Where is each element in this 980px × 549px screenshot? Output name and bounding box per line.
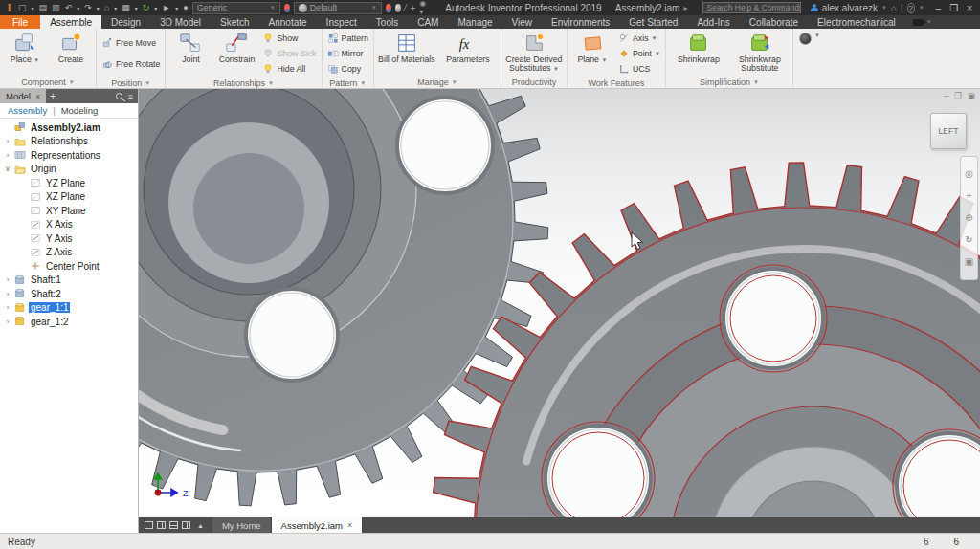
tree-item-center-point[interactable]: Center Point bbox=[0, 259, 138, 274]
inventor-logo-icon[interactable]: I bbox=[4, 0, 14, 15]
tree-item-assembly2-iam[interactable]: Assembly2.iam bbox=[0, 121, 138, 135]
doc-minimize-icon[interactable]: – bbox=[945, 91, 949, 100]
point-button[interactable]: Point▼ bbox=[616, 47, 662, 61]
tab-manage[interactable]: Manage bbox=[448, 15, 501, 29]
expander-icon[interactable]: › bbox=[4, 318, 11, 326]
tree-item-relationships[interactable]: ›Relationships bbox=[0, 135, 138, 149]
close-button[interactable]: × bbox=[967, 3, 972, 13]
visual-style-button[interactable] bbox=[799, 33, 812, 45]
tab-environments[interactable]: Environments bbox=[542, 15, 619, 29]
chevron-down-icon[interactable]: ▾ bbox=[77, 5, 79, 11]
tree-item-x-axis[interactable]: X Axis bbox=[0, 218, 138, 232]
plus-icon[interactable]: + bbox=[410, 3, 415, 13]
tree-item-xy-plane[interactable]: XY Plane bbox=[0, 204, 138, 218]
expander-icon[interactable]: › bbox=[4, 303, 11, 312]
expander-icon[interactable]: › bbox=[4, 290, 11, 298]
pan-icon[interactable]: + bbox=[967, 191, 972, 201]
web-icon[interactable]: ● bbox=[183, 3, 188, 12]
assembly-view-link[interactable]: Assembly bbox=[8, 105, 47, 116]
menu-icon[interactable]: ≡ bbox=[128, 92, 133, 101]
doc-tab-assembly2-iam[interactable]: Assembly2.iam× bbox=[272, 517, 364, 533]
chevron-down-icon[interactable]: ▼ bbox=[814, 33, 820, 38]
create-derived-substitutes-button[interactable]: Create Derived Substitutes ▼ bbox=[504, 30, 564, 73]
gear-assembly-render[interactable]: Z bbox=[139, 89, 980, 517]
copy-button[interactable]: Copy bbox=[325, 62, 370, 77]
minimize-button[interactable]: – bbox=[936, 3, 942, 13]
adjust-icon[interactable] bbox=[386, 4, 391, 12]
shrinkwrap-substitute-button[interactable]: Shrinkwrap Substitute bbox=[730, 30, 790, 73]
doc-tab-my-home[interactable]: My Home bbox=[212, 517, 272, 533]
chevron-down-icon[interactable]: ▾ bbox=[154, 5, 157, 11]
plane-button[interactable]: Plane ▼ bbox=[570, 30, 614, 64]
expander-icon[interactable]: › bbox=[4, 151, 11, 160]
close-tab-icon[interactable]: × bbox=[347, 520, 352, 530]
group-label[interactable]: Relationships▼ bbox=[168, 77, 318, 88]
expand-arrow-icon[interactable]: ▸ bbox=[683, 4, 687, 12]
bill-of-materials-button[interactable]: Bill of Materials bbox=[377, 30, 436, 64]
expander-icon[interactable]: › bbox=[4, 137, 11, 145]
modeling-view-link[interactable]: Modeling bbox=[61, 105, 99, 116]
update-icon[interactable]: ↻ bbox=[143, 3, 150, 12]
chevron-down-icon[interactable]: ▾ bbox=[32, 5, 34, 11]
free-move-button[interactable]: Free Move bbox=[100, 36, 162, 51]
tab-get-started[interactable]: Get Started bbox=[619, 15, 687, 29]
tab-design[interactable]: Design bbox=[101, 15, 150, 29]
tab-electromechanical[interactable]: Electromechanical bbox=[808, 15, 905, 29]
close-panel-icon[interactable]: × bbox=[35, 92, 40, 101]
ucs-button[interactable]: UCS bbox=[616, 62, 662, 77]
appearance-dropdown[interactable]: Default▼ bbox=[294, 2, 382, 14]
tree-item-shaft-1[interactable]: ›Shaft:1 bbox=[0, 274, 138, 288]
tab-collaborate[interactable]: Collaborate bbox=[740, 15, 808, 29]
pattern-button[interactable]: Pattern bbox=[325, 31, 370, 45]
constrain-button[interactable]: Constrain bbox=[214, 30, 258, 64]
expand-tabs-icon[interactable]: ▲ bbox=[197, 522, 204, 529]
mirror-button[interactable]: Mirror bbox=[325, 47, 370, 61]
axis-button[interactable]: Axis▼ bbox=[616, 31, 662, 45]
tab-inspect[interactable]: Inspect bbox=[317, 15, 367, 29]
redo-icon[interactable]: ↷ bbox=[84, 3, 92, 12]
tab-tools[interactable]: Tools bbox=[367, 15, 408, 29]
tree-item-origin[interactable]: ∨Origin bbox=[0, 163, 138, 177]
model-panel-tab[interactable]: Model× bbox=[0, 89, 46, 103]
view-cube[interactable]: LEFT bbox=[930, 113, 967, 149]
restore-button[interactable]: ❐ bbox=[949, 3, 958, 13]
slash-icon[interactable]: ⁄ bbox=[405, 3, 407, 13]
adjust-all-icon[interactable] bbox=[395, 4, 401, 12]
doc-close-icon[interactable]: ▣ bbox=[968, 91, 975, 100]
tree-item-y-axis[interactable]: Y Axis bbox=[0, 231, 138, 246]
expander-icon[interactable]: › bbox=[4, 275, 11, 284]
show-button[interactable]: Show bbox=[260, 31, 318, 45]
tree-item-gear-1-2[interactable]: ›gear_1:2 bbox=[0, 315, 138, 329]
save-icon[interactable]: ▥ bbox=[52, 3, 60, 12]
show-sick-button[interactable]: Show Sick bbox=[260, 47, 318, 61]
open-folder-icon[interactable]: ▤ bbox=[39, 3, 48, 12]
expander-icon[interactable]: ∨ bbox=[4, 165, 11, 173]
search-input[interactable]: Search Help & Commands... bbox=[702, 2, 800, 13]
orbit-icon[interactable]: ↻ bbox=[965, 235, 972, 245]
free-rotate-button[interactable]: Free Rotate bbox=[100, 56, 162, 71]
graphics-viewport[interactable]: Z –❐▣ LEFT ◎+⊕↻▣ bbox=[139, 89, 980, 517]
undo-icon[interactable]: ↶ bbox=[65, 3, 73, 12]
look-at-icon[interactable]: ▣ bbox=[965, 257, 973, 267]
tab-sketch[interactable]: Sketch bbox=[211, 15, 259, 29]
appearance-sphere-icon[interactable] bbox=[284, 4, 290, 12]
visibility-dropdown-icon[interactable]: ◉ ▾ bbox=[419, 0, 428, 16]
shrinkwrap-button[interactable]: Shrinkwrap bbox=[669, 30, 728, 64]
chevron-down-icon[interactable]: ▾ bbox=[97, 5, 100, 11]
tree-item-gear-1-1[interactable]: ›gear_1:1 bbox=[0, 301, 138, 316]
material-dropdown[interactable]: Generic▼ bbox=[192, 2, 280, 14]
tree-item-representations[interactable]: ›Representations bbox=[0, 148, 138, 163]
tab-file[interactable]: File bbox=[0, 15, 40, 29]
tab-view[interactable]: View bbox=[502, 15, 543, 29]
home-icon[interactable]: ⌂ bbox=[104, 3, 109, 12]
tile-vertical-icon[interactable] bbox=[157, 521, 166, 529]
group-label[interactable]: Manage▼ bbox=[377, 77, 498, 88]
search-icon[interactable] bbox=[116, 93, 122, 99]
navigation-wheel-icon[interactable]: ◎ bbox=[965, 169, 973, 179]
group-label[interactable]: Pattern▼ bbox=[325, 77, 370, 88]
new-file-icon[interactable]: ▢ bbox=[18, 3, 27, 12]
tree-item-yz-plane[interactable]: YZ Plane bbox=[0, 176, 138, 190]
help-icon[interactable]: ? bbox=[907, 3, 915, 13]
arrange-icon[interactable] bbox=[182, 521, 190, 529]
cascade-windows-icon[interactable] bbox=[145, 521, 153, 529]
